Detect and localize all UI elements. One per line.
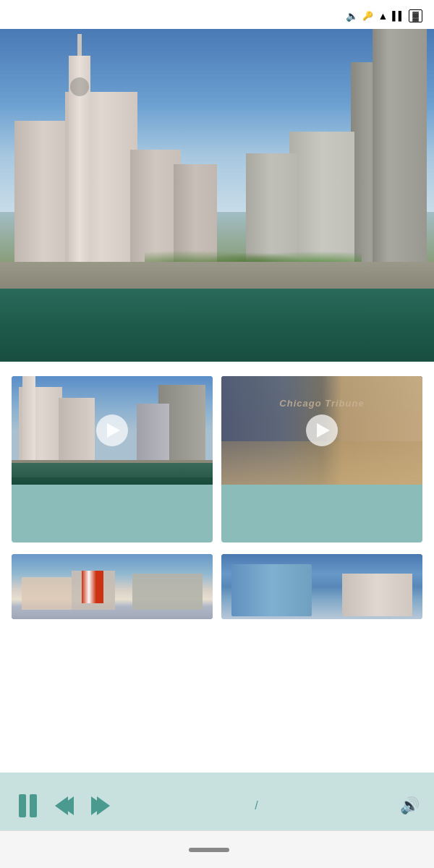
pause-icon (14, 793, 41, 819)
apple-store-image: Chicago Tribune (221, 376, 422, 485)
tour-cards-bottom (12, 554, 422, 619)
bottom-card-2-image (221, 554, 422, 619)
bottom-card-1-image (12, 554, 213, 619)
wifi-icon: ▲ (378, 10, 388, 22)
now-playing-bar: / 🔊 (0, 773, 434, 830)
time-display: / (255, 799, 258, 812)
time-separator: / (255, 799, 258, 812)
hero-image (0, 29, 434, 362)
signal-icon: ▌▌ (392, 11, 404, 21)
volume-button[interactable]: 🔊 (400, 796, 420, 815)
home-indicator[interactable] (189, 848, 229, 852)
status-bar: 🔈 🔑 ▲ ▌▌ ▓ (0, 0, 434, 29)
tribune-tower-card[interactable] (12, 376, 213, 542)
key-icon: 🔑 (362, 11, 373, 21)
volume-icon: 🔊 (400, 796, 420, 815)
volume-status-icon: 🔈 (346, 10, 358, 22)
back-button[interactable] (17, 844, 29, 856)
apple-store-label (221, 485, 422, 542)
bottom-card-2[interactable] (221, 554, 422, 619)
rewind-icon (55, 796, 77, 816)
controls-left (14, 793, 113, 819)
bottom-card-1[interactable] (12, 554, 213, 619)
apple-store-card[interactable]: Chicago Tribune (221, 376, 422, 542)
apple-store-play-button[interactable] (306, 414, 338, 446)
content-area: Chicago Tribune (0, 362, 434, 735)
status-icons: 🔈 🔑 ▲ ▌▌ ▓ (346, 9, 422, 22)
rewind-button[interactable] (55, 796, 77, 816)
forward-icon (91, 796, 113, 816)
tribune-tower-label (12, 485, 213, 542)
battery-icon: ▓ (409, 9, 422, 22)
pause-button[interactable] (14, 793, 41, 819)
forward-button[interactable] (91, 796, 113, 816)
tour-cards-grid: Chicago Tribune (12, 376, 422, 542)
player-controls: / 🔊 (14, 793, 420, 819)
nav-bar (0, 830, 434, 868)
tribune-tower-image (12, 376, 213, 485)
tribune-tower-play-button[interactable] (96, 414, 128, 446)
